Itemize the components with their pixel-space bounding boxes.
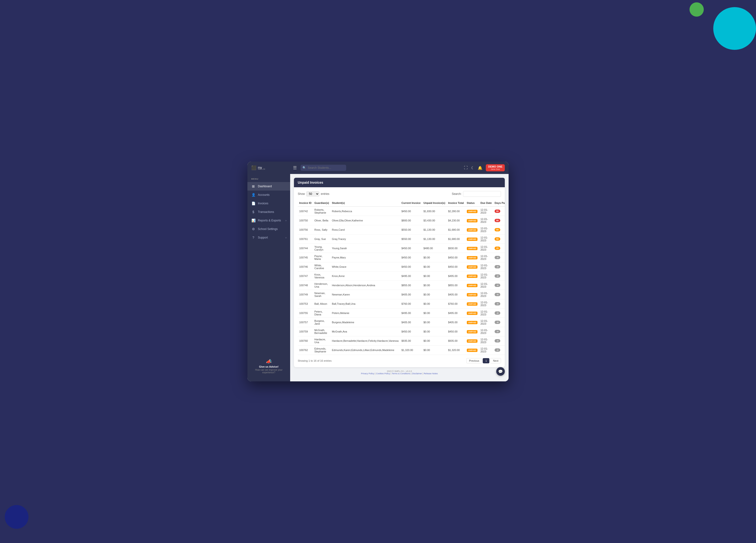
entries-select[interactable]: 50 25 10 100 xyxy=(306,191,319,197)
notifications-icon[interactable]: 🔔 xyxy=(478,166,482,170)
cell-student: White,Grace xyxy=(331,262,400,272)
cell-status: UNPAID xyxy=(465,272,479,281)
cell-invoice-id: 100746 xyxy=(298,262,313,272)
next-button[interactable]: Next xyxy=(490,358,501,363)
cell-days-past-due: -4 xyxy=(493,299,505,308)
days-badge: -4 xyxy=(495,339,500,342)
pagination-row: Showing 1 to 16 of 16 entries Previous 1… xyxy=(298,358,501,363)
cell-invoice-id: 100761 xyxy=(298,235,313,244)
cell-invoice-total: $935.00 xyxy=(447,336,465,345)
cell-current-invoice: $495.00 xyxy=(400,308,422,318)
cell-current-invoice: $855.00 xyxy=(400,281,422,290)
cell-days-past-due: -4 xyxy=(493,327,505,336)
cell-due-date: 12-01-2023 xyxy=(479,290,493,299)
sidebar-item-dashboard[interactable]: ⊞ Dashboard xyxy=(247,182,290,191)
table-row: 100746 White, Caroline White,Grace $450.… xyxy=(298,262,505,272)
terms-conditions-link[interactable]: Terms & Conditions xyxy=(392,372,410,375)
disclaimer-link[interactable]: Disclaimer xyxy=(412,372,422,375)
cell-invoice-id: 100755 xyxy=(298,308,313,318)
col-invoice-id: Invoice ID xyxy=(298,200,313,207)
col-days-past-due[interactable]: Days Past Due xyxy=(493,200,505,207)
cookies-policy-link[interactable]: Cookies Policy xyxy=(376,372,390,375)
footer: 2023 © SMPL.CX – v3.2.0 Privacy Policy |… xyxy=(294,367,505,377)
sidebar-item-invoices[interactable]: 📄 Invoices xyxy=(247,199,290,208)
cell-due-date: 12-01-2023 xyxy=(479,318,493,327)
cell-invoice-id: 100748 xyxy=(298,281,313,290)
sidebar-item-transactions[interactable]: $ Transactions xyxy=(247,208,290,216)
cell-days-past-due: 86 xyxy=(493,207,505,216)
col-guardians: Guardian(s) xyxy=(313,200,331,207)
fullscreen-icon[interactable]: ⛶ xyxy=(464,166,468,170)
release-notes-link[interactable]: Release Notes xyxy=(424,372,438,375)
cell-guardian: Burgess, Jane xyxy=(313,318,331,327)
previous-button[interactable]: Previous xyxy=(466,358,482,363)
sidebar-item-reports[interactable]: 📊 Reports & Exports › xyxy=(247,216,290,225)
unpaid-invoices-card: Unpaid Invoices Show 50 25 10 100 xyxy=(294,178,505,367)
cell-days-past-due: -4 xyxy=(493,272,505,281)
cell-current-invoice: $1,320.00 xyxy=(400,345,422,355)
cell-unpaid-invoice: $0.00 xyxy=(422,281,447,290)
cell-current-invoice: $450.00 xyxy=(400,244,422,253)
cell-days-past-due: -4 xyxy=(493,308,505,318)
cell-unpaid-invoice: $1,130.00 xyxy=(422,235,447,244)
table-controls: Show 50 25 10 100 entries Search: xyxy=(298,191,501,197)
topbar: ⬛ my SMPL.CX ☰ 🔍 ⛶ ☾ 🔔 DEMO ONE Jane Doe xyxy=(247,162,509,174)
cell-status: UNPAID xyxy=(465,290,479,299)
cell-unpaid-invoice: $1,130.00 xyxy=(422,225,447,235)
pagination-buttons: Previous 1 Next xyxy=(466,358,501,363)
cell-days-past-due: -4 xyxy=(493,345,505,355)
cell-invoice-id: 100759 xyxy=(298,327,313,336)
cell-status: UNPAID xyxy=(465,318,479,327)
cell-guardian: Oliver, Bella xyxy=(313,216,331,225)
cell-guardian: Peters, Diana xyxy=(313,308,331,318)
cell-guardian: Newman, Sarah xyxy=(313,290,331,299)
status-badge: UNPAID xyxy=(467,238,478,241)
cell-invoice-id: 100762 xyxy=(298,345,313,355)
cell-student: Gray,Tracey xyxy=(331,235,400,244)
cell-status: UNPAID xyxy=(465,299,479,308)
card-body: Show 50 25 10 100 entries Search: xyxy=(294,187,505,367)
page-1-button[interactable]: 1 xyxy=(483,358,489,363)
days-badge: -4 xyxy=(495,283,500,287)
cell-guardian: Hardacre, Una xyxy=(313,336,331,345)
days-badge: 56 xyxy=(495,228,500,232)
cell-due-date: 12-01-2023 xyxy=(479,336,493,345)
menu-toggle-button[interactable]: ☰ xyxy=(292,164,298,171)
cell-student: Peters,Melanie xyxy=(331,308,400,318)
sidebar-item-support[interactable]: ? Support › xyxy=(247,233,290,242)
cell-student: Edmunds,Karen;Edmunds,Lillian;Edmunds,Ma… xyxy=(331,345,400,355)
dark-mode-icon[interactable]: ☾ xyxy=(471,166,474,170)
logo-icon: ⬛ xyxy=(251,165,256,171)
user-menu[interactable]: DEMO ONE Jane Doe xyxy=(486,164,505,171)
cell-student: Payne,Mary xyxy=(331,253,400,262)
sidebar-item-label-dashboard: Dashboard xyxy=(258,185,272,188)
col-unpaid-invoices: Unpaid Invoice(s) xyxy=(422,200,447,207)
cell-student: Roberts,Rebecca xyxy=(331,207,400,216)
cell-invoice-total: $2,280.00 xyxy=(447,207,465,216)
privacy-policy-link[interactable]: Privacy Policy xyxy=(361,372,374,375)
cell-status: UNPAID xyxy=(465,262,479,272)
cell-invoice-id: 100742 xyxy=(298,207,313,216)
status-badge: UNPAID xyxy=(467,311,478,315)
sidebar-item-label-accounts: Accounts xyxy=(258,193,269,197)
search-input[interactable] xyxy=(301,165,346,171)
cell-current-invoice: $550.00 xyxy=(400,235,422,244)
table-search-input[interactable] xyxy=(463,191,501,197)
search-icon: 🔍 xyxy=(302,166,306,170)
table-row: 100744 Young, Carolyn Young,Sarah $450.0… xyxy=(298,244,505,253)
cell-invoice-total: $4,230.00 xyxy=(447,216,465,225)
status-badge: UNPAID xyxy=(467,339,478,343)
cell-invoice-id: 100747 xyxy=(298,272,313,281)
cell-guardian: Henderson, Una xyxy=(313,281,331,290)
table-row: 100760 Hardacre, Una Hardacre,Bernadette… xyxy=(298,336,505,345)
sidebar-item-school-settings[interactable]: ⚙ School Settings xyxy=(247,225,290,233)
table-row: 100747 Knox, Vanessa Knox,Anne $495.00 $… xyxy=(298,272,505,281)
cell-invoice-id: 100760 xyxy=(298,336,313,345)
days-badge: -4 xyxy=(495,265,500,269)
advice-section: 📣 Give us Advice! How can we improve you… xyxy=(247,355,290,377)
table-row: 100742 Roberts, Stephanie Roberts,Rebecc… xyxy=(298,207,505,216)
cell-status: UNPAID xyxy=(465,308,479,318)
chat-button[interactable]: 💬 xyxy=(496,367,505,376)
cell-current-invoice: $935.00 xyxy=(400,336,422,345)
sidebar-item-accounts[interactable]: 👤 Accounts xyxy=(247,191,290,199)
